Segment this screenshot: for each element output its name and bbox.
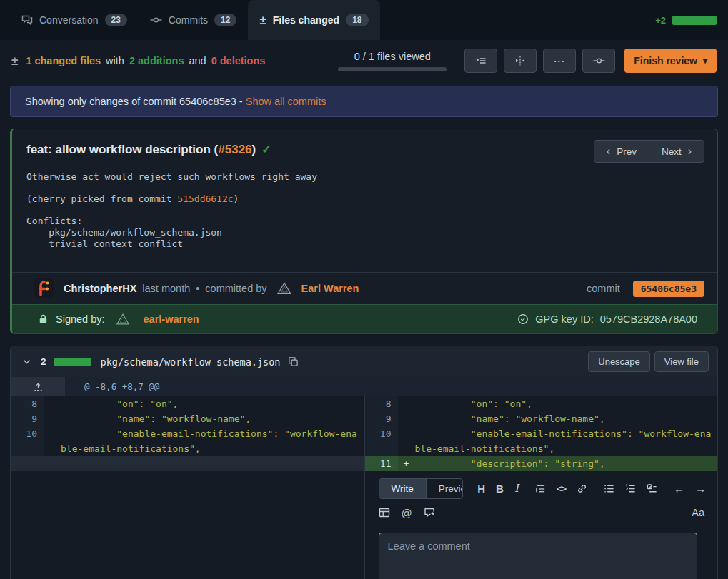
heading-icon[interactable]: H	[477, 483, 485, 494]
diff-row: 9 "name": "workflow-name",	[11, 411, 364, 426]
inline-comment-editor: Write Preview H B I <>	[365, 471, 718, 579]
files-viewed-progress: 0 / 1 files viewed	[338, 51, 447, 71]
signer-name-link[interactable]: earl-warren	[144, 313, 199, 325]
commit-hash-badge[interactable]: 65406c85e3	[633, 281, 704, 297]
commit-message-body: Otherwise act would reject such workflow…	[12, 164, 717, 272]
tab-commits[interactable]: Commits 12	[139, 0, 249, 40]
left-line-number[interactable]: 10	[11, 426, 44, 456]
committer-avatar[interactable]	[276, 280, 293, 297]
expand-hunk-button[interactable]	[11, 377, 65, 396]
left-line-number[interactable]: 8	[11, 396, 44, 411]
cherry-prefix: (cherry picked from commit	[26, 193, 177, 204]
diff-icon: ±	[259, 14, 266, 26]
finish-review-button[interactable]: Finish review ▾	[624, 49, 717, 73]
signed-by-label: Signed by:	[56, 313, 105, 325]
reference-icon[interactable]	[424, 507, 435, 518]
signer-avatar[interactable]	[115, 311, 131, 327]
file-diffstat-bar	[54, 358, 91, 366]
right-line-number[interactable]: 11	[365, 456, 398, 471]
tab-files-changed-count: 18	[346, 14, 368, 26]
ordered-list-icon[interactable]	[625, 483, 636, 494]
more-options-button[interactable]: ···	[543, 49, 576, 73]
finish-review-label: Finish review	[634, 55, 697, 66]
files-viewed-label: 0 / 1 files viewed	[338, 51, 447, 62]
next-label: Next	[662, 146, 682, 157]
comment-input[interactable]	[379, 533, 697, 579]
tab-conversation[interactable]: Conversation 23	[10, 0, 139, 40]
lock-icon	[38, 313, 49, 325]
preview-tab[interactable]: Preview	[427, 479, 463, 498]
commit-pager: ‹ Prev Next ›	[594, 140, 704, 163]
task-list-icon[interactable]	[647, 483, 657, 494]
header-diffstat: +2	[655, 15, 717, 26]
indent-icon[interactable]: →	[695, 483, 706, 494]
committer-name-link[interactable]: Earl Warren	[301, 283, 359, 294]
diffstat-added-label: +2	[655, 15, 666, 26]
commit-status-check-icon: ✓	[261, 144, 271, 156]
tab-files-changed[interactable]: ± Files changed 18	[248, 0, 379, 40]
diff-row: 10 "enable-email-notifications": "workfl…	[365, 426, 718, 456]
table-icon[interactable]	[379, 507, 390, 518]
code-icon[interactable]: <>	[557, 484, 566, 493]
write-tab[interactable]: Write	[379, 479, 427, 498]
mention-icon[interactable]: @	[402, 508, 412, 518]
conflicts-block: Conflicts: pkg/schema/workflow_schema.js…	[26, 216, 703, 250]
issue-ref-link[interactable]: #5326	[218, 143, 251, 156]
file-tree-toggle-button[interactable]	[464, 49, 497, 73]
ellipsis-icon: ···	[554, 56, 565, 66]
left-line-number[interactable]: 9	[11, 411, 44, 426]
author-avatar[interactable]	[34, 278, 54, 298]
italic-icon[interactable]: I	[514, 483, 519, 494]
signed-by-row: Signed by: earl-warren GPG key ID: 0579C…	[12, 304, 717, 333]
dot-separator: •	[196, 283, 199, 294]
editor-mode-tabs: Write Preview	[379, 478, 464, 499]
commit-label: commit	[587, 283, 620, 294]
right-line-number[interactable]: 8	[365, 396, 398, 411]
split-view-button[interactable]	[504, 49, 537, 73]
deletions-count: 0 deletions	[211, 55, 266, 66]
right-line-number[interactable]: 10	[365, 426, 398, 456]
tab-conversation-label: Conversation	[39, 14, 99, 26]
cherry-pick-line: (cherry picked from commit 515dd6612c)	[26, 193, 703, 205]
commit-time: last month	[142, 283, 190, 294]
unordered-list-icon[interactable]	[604, 483, 614, 494]
right-line-number[interactable]: 9	[365, 411, 398, 426]
diff-row: 10 "enable-email-notifications": "workfl…	[11, 426, 364, 456]
outdent-icon[interactable]: ←	[674, 483, 684, 494]
prev-commit-button[interactable]: ‹ Prev	[594, 140, 649, 163]
diff-right-column: 8 "on": "on", 9 "name": "workflow-name",…	[364, 396, 718, 579]
commit-body-line: Otherwise act would reject such workflow…	[26, 171, 703, 183]
diff-left-column: 8 "on": "on", 9 "name": "workflow-name",…	[11, 396, 364, 579]
diff-row: 9 "name": "workflow-name",	[365, 411, 718, 426]
badge-check-icon	[517, 313, 529, 325]
right-code: "enable-email-notifications": "workflow-…	[415, 426, 718, 456]
cherry-pick-hash-link[interactable]: 515dd6612c	[177, 193, 233, 204]
diff-row: 8 "on": "on",	[11, 396, 364, 411]
commit-select-button[interactable]	[582, 49, 615, 73]
left-code: "name": "workflow-name",	[61, 411, 364, 426]
font-toggle-icon[interactable]: Aa	[692, 507, 706, 518]
left-placeholder-row	[11, 456, 364, 471]
next-commit-button[interactable]: Next ›	[649, 140, 704, 163]
link-icon[interactable]	[577, 483, 587, 494]
unescape-button[interactable]: Unescape	[588, 351, 650, 372]
quote-icon[interactable]	[535, 483, 546, 494]
show-all-commits-link[interactable]: Show all commits	[246, 96, 326, 107]
right-code: "name": "workflow-name",	[415, 411, 718, 426]
plus-minus-icon: ±	[11, 55, 18, 67]
gpg-key-info: GPG key ID: 0579CB2928A78A00	[517, 313, 703, 325]
commit-icon	[150, 14, 162, 26]
right-code: "on": "on",	[415, 396, 718, 411]
view-file-button[interactable]: View file	[654, 351, 709, 372]
and-text: and	[189, 55, 206, 66]
copy-filename-icon[interactable]	[288, 356, 299, 367]
with-text: with	[106, 55, 124, 66]
right-code: "description": "string",	[415, 456, 718, 471]
commit-title-text: feat: allow workflow description	[26, 143, 214, 156]
left-code: "on": "on",	[61, 396, 364, 411]
bold-icon[interactable]: B	[496, 483, 504, 494]
files-viewed-bar	[338, 67, 447, 71]
diff-toolbar: ± 1 changed files with 2 additions and 0…	[0, 40, 728, 80]
author-name-link[interactable]: ChristopherHX	[64, 283, 136, 294]
collapse-file-chevron-icon[interactable]	[21, 356, 33, 368]
